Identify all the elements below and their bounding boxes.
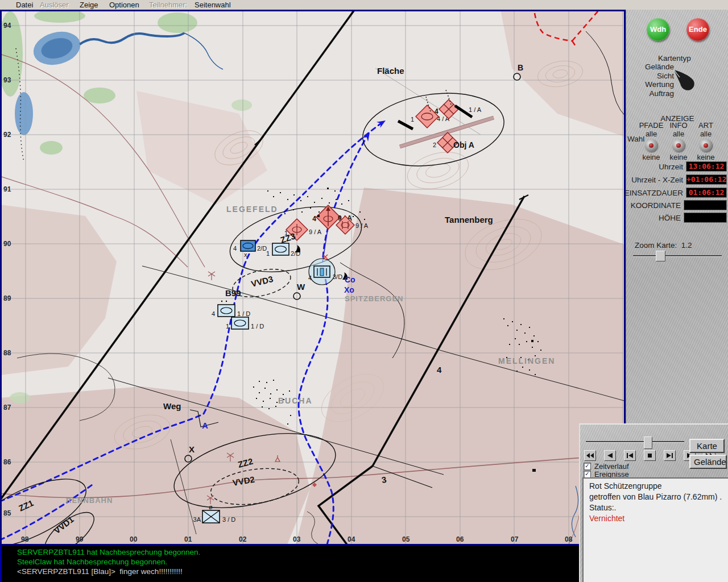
replay-panel: Karte Gelände Zeitverlauf Ereignisse Rot… <box>579 423 728 582</box>
unit-red-r1-armor[interactable]: 1 4 4 / A <box>398 97 450 129</box>
menu-datei[interactable]: Datei <box>16 1 33 9</box>
map-viewport[interactable]: 1 4 4 / A 1 / A 2 1 9 / A <box>0 10 626 546</box>
anzeige-col-art: ART alle keine <box>692 121 719 161</box>
anzeige-col-info: INFO alle keine <box>665 121 692 161</box>
svg-text:9 / A: 9 / A <box>309 228 322 235</box>
skip-forward-button[interactable] <box>664 450 676 461</box>
chat-left-edge <box>0 546 2 582</box>
svg-text:94: 94 <box>3 22 11 30</box>
svg-text:91: 91 <box>3 185 11 193</box>
skip-back-button[interactable] <box>624 450 636 461</box>
replay-slider-thumb[interactable] <box>644 436 652 449</box>
reverse-play-button[interactable] <box>604 450 616 461</box>
svg-text:3 / D: 3 / D <box>222 516 235 523</box>
menu-optionen[interactable]: Optionen <box>109 1 139 9</box>
label-flaeche: Fläche <box>377 66 404 76</box>
svg-text:98: 98 <box>21 535 29 543</box>
svg-text:85: 85 <box>3 509 11 517</box>
fast-rewind-button[interactable] <box>584 450 596 461</box>
art-knob[interactable] <box>700 139 712 152</box>
app-window: Datei Auslöser Zeige Optionen Teilnehmer… <box>0 0 728 582</box>
svg-text:86: 86 <box>3 458 11 466</box>
menu-ausloeser: Auslöser <box>40 1 69 9</box>
svg-text:B: B <box>518 63 523 72</box>
karte-button[interactable]: Karte <box>689 439 725 453</box>
label-rennbahn: RENNBAHN <box>66 496 113 505</box>
unit-blue-b2-mech[interactable]: 1 2/D <box>266 243 300 257</box>
kartentyp-option-wertung[interactable]: Wertung <box>626 80 674 89</box>
stop-button[interactable] <box>644 450 656 461</box>
label-obj-a: Obj A <box>453 140 474 149</box>
uhrzeit-display: 13:06:12 <box>686 161 727 172</box>
river <box>80 33 184 44</box>
menu-seitenwahl[interactable]: Seitenwahl <box>195 1 231 9</box>
svg-text:88: 88 <box>3 349 11 357</box>
engagement-line <box>322 226 328 263</box>
svg-text:00: 00 <box>130 535 138 543</box>
svg-text:01: 01 <box>184 535 192 543</box>
chat-line: <SERVERPZBTL911 [Blau]> finger wech!!!!!… <box>17 567 183 576</box>
svg-text:87: 87 <box>3 404 11 411</box>
svg-text:3A: 3A <box>193 516 201 523</box>
svg-text:9 / A: 9 / A <box>355 222 369 229</box>
kartentyp-option-sicht[interactable]: Sicht <box>626 72 674 81</box>
svg-text:08: 08 <box>565 535 573 543</box>
kartentyp-options: Gelände Sicht Wertung Auftrag <box>626 63 674 98</box>
kartentyp-option-gelaende[interactable]: Gelände <box>626 63 674 72</box>
zeitverlauf-checkbox[interactable] <box>584 463 591 470</box>
einsatzdauer-display: 01:06:12 <box>686 188 727 198</box>
readout-x-zeit: Uhrzeit - X-Zeit +01:06:12 <box>631 174 727 185</box>
readout-hoehe: HÖHE <box>659 213 727 223</box>
pfade-knob[interactable] <box>645 139 657 152</box>
wdh-button[interactable]: Wdh <box>647 18 669 41</box>
svg-text:02: 02 <box>239 535 247 543</box>
unit-blue-b3-mech[interactable]: 4 1 / D <box>212 301 250 317</box>
svg-text:07: 07 <box>511 535 519 543</box>
svg-text:03: 03 <box>293 535 301 543</box>
svg-text:90: 90 <box>3 240 11 248</box>
unit-blue-b4-mech[interactable]: 1 1 / D <box>226 317 264 330</box>
gelaende-button[interactable]: Gelände <box>689 455 727 469</box>
label-mellingen: MELLINGEN <box>498 356 555 365</box>
label-vvd3: VVD3 <box>250 274 274 289</box>
kartentyp-option-auftrag[interactable]: Auftrag <box>626 89 674 98</box>
menu-teilnehmer: Teilnehmer: <box>149 1 187 9</box>
svg-text:1 / D: 1 / D <box>237 310 250 317</box>
svg-text:4: 4 <box>435 107 439 115</box>
x-zeit-display: +01:06:12 <box>686 174 727 185</box>
label-co: Co <box>345 275 355 284</box>
svg-text:2: 2 <box>433 142 436 148</box>
svg-text:1 / A: 1 / A <box>469 106 482 113</box>
svg-text:1 / D: 1 / D <box>251 323 264 330</box>
status-vernichtet: Vernichtet <box>589 513 728 524</box>
unit-blue-b1-mech-selected[interactable]: 4 2/D x <box>233 240 267 258</box>
chat-line: SERVERPZBTL911 hat Nachbesprechung begon… <box>17 548 200 556</box>
svg-text:92: 92 <box>3 131 11 139</box>
zoom-slider-thumb[interactable] <box>656 251 665 261</box>
svg-text:05: 05 <box>402 535 410 543</box>
label-bucha: BUCHA <box>278 396 313 405</box>
svg-text:99: 99 <box>76 535 84 543</box>
label-zz3: ZZ3 <box>279 231 297 244</box>
label-phase-4: 4 <box>437 365 442 375</box>
ende-button[interactable]: Ende <box>686 18 709 41</box>
label-tannenberg: Tannenberg <box>445 215 493 225</box>
zoom-slider-track[interactable] <box>633 255 722 257</box>
info-knob[interactable] <box>672 139 685 152</box>
anzeige-col-pfade: PFADE alle keine <box>638 121 665 161</box>
replay-slider-track[interactable] <box>586 441 684 443</box>
svg-text:2/D: 2/D <box>257 245 267 252</box>
svg-text:W: W <box>297 282 305 292</box>
svg-text:X: X <box>189 444 195 454</box>
label-spitzbergen: SPITZBERGEN <box>345 294 403 303</box>
chat-line: SteelClaw hat Nachbesprechung begonnen. <box>17 558 167 566</box>
svg-text:3/D: 3/D <box>333 273 342 280</box>
unit-blue-b5-apc-circled[interactable]: 4 3/D <box>308 259 348 285</box>
readout-koordinate: KOORDINATE <box>631 200 727 210</box>
zeitverlauf-row: Zeitverlauf <box>584 462 629 471</box>
svg-text:2/D: 2/D <box>291 250 300 257</box>
menu-zeige[interactable]: Zeige <box>80 1 98 9</box>
svg-text:1: 1 <box>266 250 270 257</box>
svg-text:4: 4 <box>308 275 312 281</box>
svg-text:1: 1 <box>226 323 229 330</box>
